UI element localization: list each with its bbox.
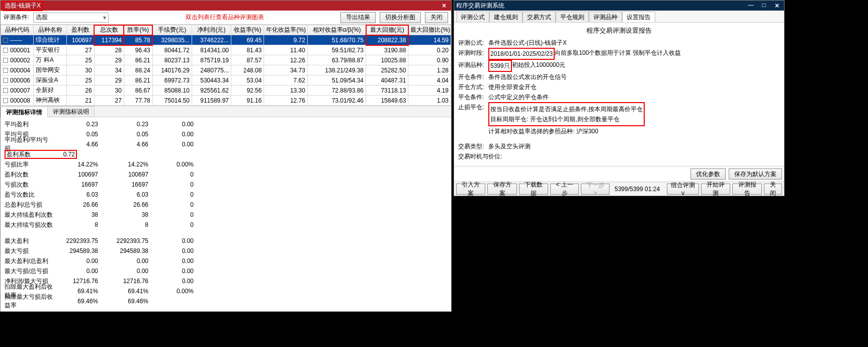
col-header[interactable]: 胜率(%) [124, 25, 152, 35]
col-header[interactable]: 品种代码 [1, 25, 34, 35]
table-row[interactable]: ------综合统计10069711739485.783298035...374… [1, 35, 451, 45]
close-icon[interactable]: × [439, 2, 449, 10]
col-header[interactable]: 总次数 [94, 25, 124, 35]
right-titlebar: 程序交易评测系统 — □ × [454, 1, 784, 11]
col-header[interactable]: 收益率(%) [231, 25, 264, 35]
eval-report-button[interactable]: 评测报告 [732, 184, 761, 195]
col-header[interactable]: 年化收益率(%) [264, 25, 308, 35]
table-row[interactable]: 000008神州高铁212777.7875014.50911589.9791.1… [1, 96, 451, 106]
row-checkbox[interactable] [3, 58, 8, 63]
save-default-button[interactable]: 保存为默认方案 [729, 168, 782, 180]
table-row[interactable]: 000006深振业A252986.2169972.73530443.3453.0… [1, 75, 451, 85]
metric-row: 最大亏损294589.38294589.380.00 [5, 246, 447, 256]
left-title: 选股-钱袋子X [3, 1, 43, 11]
left-toolbar: 评测条件: 选股 双击列表行查看品种评测图表 导出结果 切换分析图 关闭 [1, 11, 451, 25]
bottom-bar: 引入方案 保存方案 下载数据 < 上一步 下一步 > 5399/5399 01:… [454, 182, 784, 196]
row-checkbox[interactable] [3, 68, 8, 73]
metric-row: 扣除最大盈利后收益率69.41%69.41%0.00% [5, 286, 447, 296]
metric-row: 平均盈利/平均亏损4.664.660.00 [5, 139, 447, 149]
col-header[interactable]: 品种名称 [34, 25, 66, 35]
col-header[interactable]: 最大回撤(元) [366, 25, 408, 35]
metric-row: 亏损比率14.22%14.22%0.00% [5, 159, 447, 169]
result-table: 品种代码品种名称盈利数总次数胜率(%)手续费(元)净利润(元)收益率(%)年化收… [1, 25, 451, 106]
right-tabs: 评测公式建仓规则交易方式平仓规则评测品种设置报告 [454, 11, 784, 23]
table-row[interactable]: 000001平安银行272896.4380441.72814341.0081.4… [1, 45, 451, 55]
metric-row: 平均盈利0.230.230.00 [5, 119, 447, 129]
left-titlebar: 选股-钱袋子X × [1, 1, 451, 11]
tab-metric-help[interactable]: 评测指标说明 [47, 106, 95, 117]
metric-row: 盈利次数1006971006970 [5, 169, 447, 180]
switch-button[interactable]: 切换分析图 [380, 12, 421, 23]
close-icon[interactable]: × [772, 2, 782, 10]
maximize-icon[interactable]: □ [759, 2, 769, 10]
optimize-button[interactable]: 优化参数 [690, 168, 726, 180]
col-header[interactable]: 手续费(元) [152, 25, 192, 35]
right-title: 程序交易评测系统 [456, 2, 504, 10]
progress-status: 5399/5399 01:24 [612, 186, 663, 193]
table-row[interactable]: 000004国华网安303488.24140176.292480775...24… [1, 65, 451, 75]
metric-row: 盈亏次数比6.036.030 [5, 190, 447, 200]
left-window: 选股-钱袋子X × 评测条件: 选股 双击列表行查看品种评测图表 导出结果 切换… [0, 0, 452, 312]
cond-label: 评测条件: [4, 13, 29, 22]
row-checkbox[interactable] [3, 98, 8, 103]
export-button[interactable]: 导出结果 [340, 12, 376, 23]
col-header[interactable]: 相对收益率α/β(%) [307, 25, 366, 35]
metric-row: 净利润/最大亏损12716.7612716.760.00 [5, 276, 447, 286]
right-tab[interactable]: 评测品种 [589, 12, 622, 22]
right-tab[interactable]: 平仓规则 [556, 12, 589, 22]
right-window: 程序交易评测系统 — □ × 评测公式建仓规则交易方式平仓规则评测品种设置报告 … [454, 0, 785, 347]
import-button[interactable]: 引入方案 [456, 184, 485, 195]
metric-row: 亏损次数16697166970 [5, 180, 447, 190]
metric-row: 最大亏损/总亏损0.000.000.00 [5, 266, 447, 276]
minimize-icon[interactable]: — [746, 2, 756, 10]
report-title: 程序交易评测设置报告 [458, 26, 780, 36]
right-tab[interactable]: 评测公式 [456, 12, 489, 22]
metric-row: 总盈利/总亏损26.6626.660 [5, 200, 447, 210]
metric-row: 最大盈利2292393.752292393.750.00 [5, 236, 447, 246]
save-plan-button[interactable]: 保存方案 [487, 184, 516, 195]
hint-text: 双击列表行查看品种评测图表 [113, 13, 336, 22]
metric-row: 最大持续盈利次数38380 [5, 210, 447, 220]
right-tab[interactable]: 设置报告 [622, 12, 655, 22]
row-checkbox[interactable] [3, 38, 8, 43]
col-header[interactable]: 盈利数 [66, 25, 94, 35]
metric-tabs: 评测指标详情 评测指标说明 [1, 106, 451, 117]
tab-metric-detail[interactable]: 评测指标详情 [1, 107, 48, 117]
table-row[interactable]: 000007全新好263086.6785088.10925561.6292.56… [1, 85, 451, 96]
start-eval-button[interactable]: 开始评测 [701, 184, 730, 195]
right-tab[interactable]: 交易方式 [523, 12, 556, 22]
metric-row: 平均亏损0.050.050.00 [5, 129, 447, 139]
col-header[interactable]: 最大回撤比(%) [408, 25, 451, 35]
period-value: 2018/01/01-2025/02/23 [488, 48, 555, 60]
close-button[interactable]: 关闭 [764, 184, 782, 195]
table-row[interactable]: 000002万 科A252986.2180237.13875719.1987.5… [1, 55, 451, 65]
black-area [454, 196, 785, 347]
row-checkbox[interactable] [3, 48, 8, 53]
next-button: 下一步 > [581, 184, 610, 195]
cond-combo[interactable]: 选股 [33, 13, 109, 23]
metric-row: 最大盈利/总盈利0.000.000.00 [5, 256, 447, 266]
stop-block: 按当日收盘价计算是否满足止损条件,按本周期最高价平仓 目标周期平仓: 开仓达到1… [488, 102, 645, 126]
report-footer: 优化参数 保存为默认方案 [454, 166, 784, 182]
download-button[interactable]: 下载数据 [519, 184, 548, 195]
row-checkbox[interactable] [3, 88, 8, 93]
metric-row: 盈利系数0.72 [5, 149, 447, 159]
metric-row: 最大持续亏损次数880 [5, 220, 447, 230]
prev-button[interactable]: < 上一步 [550, 184, 579, 195]
close-button[interactable]: 关闭 [425, 12, 448, 23]
right-tab[interactable]: 建仓规则 [489, 12, 523, 22]
combo-eval-button[interactable]: 组合评测v [667, 184, 699, 195]
report-panel: 程序交易评测设置报告 评测公式:条件选股公式-(日线)-钱袋子X 评测时段:20… [454, 23, 784, 166]
row-checkbox[interactable] [3, 78, 8, 83]
metrics-panel: 平均盈利0.230.230.00平均亏损0.050.050.00平均盈利/平均亏… [1, 117, 451, 311]
col-header[interactable]: 净利润(元) [192, 25, 231, 35]
variety-value: 5399只 [488, 60, 512, 72]
metric-row: 扣除最大亏损后收益率69.46%69.46% [5, 296, 447, 306]
